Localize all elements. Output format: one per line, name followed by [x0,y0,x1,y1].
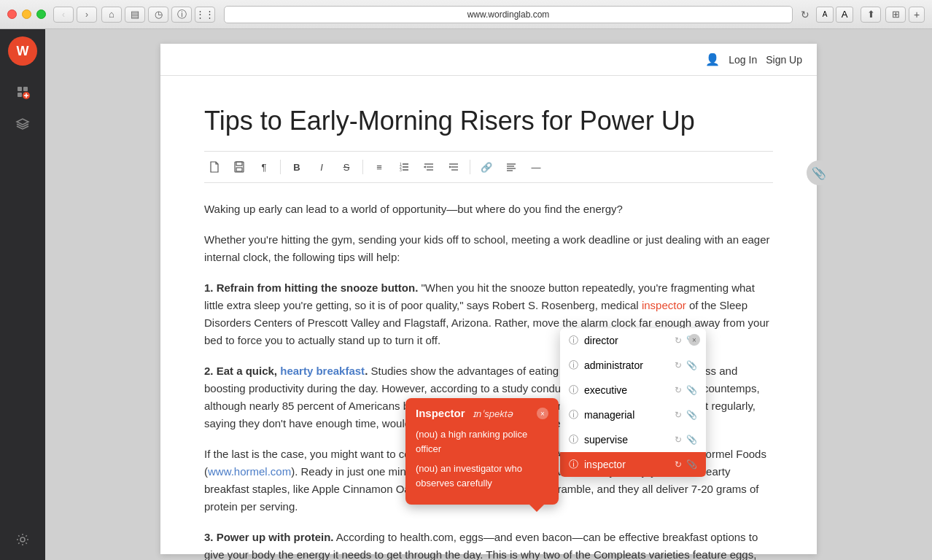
sidebar: W [0,29,45,560]
info-icon-managerial: ⓘ [569,408,578,421]
toolbar-link-btn[interactable]: 🔗 [476,158,497,176]
address-bar[interactable]: www.wordinglab.com [224,6,793,23]
toolbar-ol-btn[interactable]: 123 [394,158,414,176]
paragraph-1-text: Waking up early can lead to a world of o… [204,201,773,218]
definition-popup-header: Inspector ɪnˈspektə × [416,407,548,420]
clip-icon-executive[interactable]: 📎 [686,385,697,395]
font-small-button[interactable]: A [816,7,834,23]
svg-rect-1 [23,87,28,91]
synonym-label-director: director [584,335,669,346]
definition-entry-2: (nou) an investigator who observes caref… [416,462,548,490]
add-tab-button[interactable]: ⊞ [885,7,906,23]
toolbar-ul-btn[interactable]: ≡ [369,158,389,176]
minimize-window-button[interactable] [22,9,31,19]
synonym-label-supervise: supervise [584,434,669,446]
synonym-label-administrator: administrator [584,359,669,371]
toolbar-outdent-btn[interactable] [419,158,439,176]
definition-popup: Inspector ɪnˈspektə × (nou) a high ranki… [405,398,559,505]
signup-button[interactable]: Sign Up [766,54,802,66]
toolbar-para-btn[interactable]: ¶ [254,158,274,176]
share-button[interactable]: ⬆ [861,7,881,23]
new-tab-button[interactable]: + [909,7,925,23]
forward-button[interactable]: › [77,7,97,23]
font-size-buttons: A A [816,7,853,23]
refresh-icon-executive[interactable]: ↻ [675,385,682,395]
clip-icon-inspector[interactable]: 📎 [686,459,697,470]
toolbar-italic-btn[interactable]: I [311,158,332,176]
paragraph-6-text: 3. Power up with protein. According to h… [204,529,773,560]
highlighted-word-inspector[interactable]: inspector [642,299,686,311]
reader-button[interactable]: ▤ [125,7,145,23]
toolbar-bold-btn[interactable]: B [287,158,307,176]
app-body: W [0,29,932,560]
toolbar-align-btn[interactable] [501,158,521,176]
toolbar-indent-btn[interactable] [443,158,464,176]
refresh-icon-administrator[interactable]: ↻ [675,360,682,370]
logo-button[interactable]: W [8,36,37,66]
synonyms-close-button[interactable]: × [688,334,700,346]
synonym-supervise-actions: ↻ 📎 [675,435,697,445]
content-area: 👤 Log In Sign Up Tips to Early-Morning R… [45,29,932,560]
section-num-1: 1. Refrain from hitting the snooze butto… [204,281,418,294]
back-button[interactable]: ‹ [53,7,74,23]
refresh-icon-director[interactable]: ↻ [675,335,682,346]
reload-button[interactable]: ↻ [797,7,813,23]
hearty-breakfast-link[interactable]: hearty breakfast [280,365,365,377]
svg-rect-9 [236,162,242,166]
svg-text:3: 3 [400,168,402,172]
sidebar-layers-icon[interactable] [9,111,36,137]
clip-icon[interactable]: 📎 [807,160,831,185]
toolbar-doc-btn[interactable] [204,158,225,176]
refresh-icon-inspector[interactable]: ↻ [675,459,682,470]
info-icon-executive: ⓘ [569,384,578,397]
toolbar-divider-2 [362,160,363,174]
user-icon[interactable]: 👤 [705,52,720,66]
toolbar-save-btn[interactable] [229,158,249,176]
def-phonetic-text: ɪnˈspektə [473,408,513,419]
login-button[interactable]: Log In [729,54,757,66]
section-num-2: 2. Eat a quick, hearty breakfast. [204,365,368,377]
paragraph-2: Whether you're hitting the gym, sending … [204,231,773,266]
font-large-button[interactable]: A [836,7,853,23]
info-button[interactable]: ⓘ [171,7,192,23]
synonym-label-managerial: managerial [584,409,669,421]
definition-close-button[interactable]: × [537,408,548,419]
clip-icon-administrator[interactable]: 📎 [686,360,697,370]
page: 👤 Log In Sign Up Tips to Early-Morning R… [160,44,817,554]
maximize-window-button[interactable] [36,9,46,19]
grid-button[interactable]: ⋮⋮ [195,7,215,23]
definition-entry-1: (nou) a high ranking police officer [416,427,548,456]
toolbar-divider-1 [280,160,281,174]
synonym-supervise[interactable]: ⓘ supervise ↻ 📎 [560,427,706,452]
nav-buttons: ‹ › [53,7,97,23]
toolbar-hr-btn[interactable]: — [526,158,546,176]
synonym-executive[interactable]: ⓘ executive ↻ 📎 [560,378,706,402]
synonym-administrator[interactable]: ⓘ administrator ↻ 📎 [560,353,706,378]
url-text: www.wordinglab.com [467,9,550,20]
synonym-managerial[interactable]: ⓘ managerial ↻ 📎 [560,402,706,427]
browser-tools: ⌂ ▤ ◷ ⓘ ⋮⋮ [101,7,215,23]
home-button[interactable]: ⌂ [101,7,122,23]
clip-icon-supervise[interactable]: 📎 [686,435,697,445]
history-button[interactable]: ◷ [148,7,168,23]
clip-icon-managerial[interactable]: 📎 [686,410,697,420]
info-icon-director: ⓘ [569,334,578,347]
synonym-director[interactable]: ⓘ director ↻ 📎 [560,328,706,353]
synonyms-dropdown: × ⓘ director ↻ 📎 ⓘ administrator ↻ 📎 [560,328,706,477]
synonym-inspector[interactable]: ⓘ inspector ↻ 📎 [560,452,706,477]
sidebar-settings-icon[interactable] [9,526,36,553]
hormel-link[interactable]: www.hormel.com [208,465,291,478]
paragraph-2-text: Whether you're hitting the gym, sending … [204,231,773,266]
svg-rect-2 [18,93,22,97]
close-window-button[interactable] [7,9,17,19]
refresh-icon-supervise[interactable]: ↻ [675,435,682,445]
sidebar-add-icon[interactable] [9,79,36,105]
paragraph-1: Waking up early can lead to a world of o… [204,201,773,218]
info-icon-administrator: ⓘ [569,359,578,372]
svg-point-7 [20,537,25,542]
doc-title: Tips to Early-Morning Risers for Power U… [204,105,773,136]
info-icon-inspector: ⓘ [569,458,578,471]
toolbar-strike-btn[interactable]: S [336,158,357,176]
editor-toolbar: ¶ B I S ≡ 123 [204,151,773,183]
refresh-icon-managerial[interactable]: ↻ [675,410,682,420]
